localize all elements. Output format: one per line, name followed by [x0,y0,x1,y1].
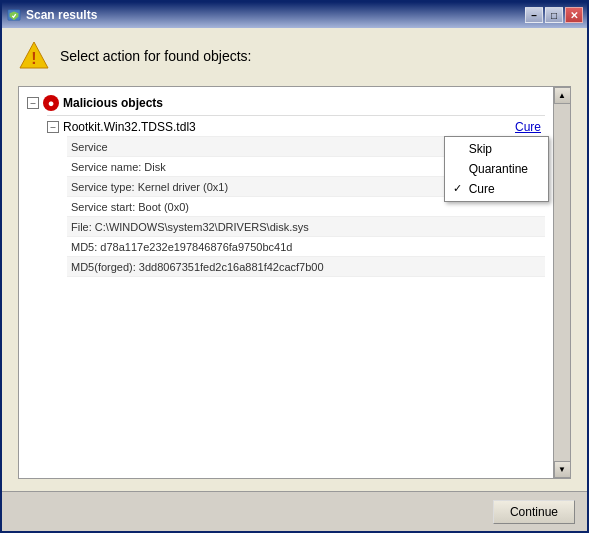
threat-header: – Rootkit.Win32.TDSS.tdl3 Cure Skip Quar… [47,118,545,136]
prop-label-service-start: Service start: Boot (0x0) [71,201,189,213]
prop-md5-forged: MD5(forged): 3dd8067351fed2c16a881f42cac… [67,257,545,277]
content-area: ! Select action for found objects: – ● M… [2,28,587,491]
scrollbar: ▲ ▼ [553,87,570,478]
menu-item-quarantine[interactable]: Quarantine [445,159,548,179]
results-panel: – ● Malicious objects – Rootkit.Win32.TD… [18,86,571,479]
close-button[interactable]: ✕ [565,7,583,23]
collapse-button-threat[interactable]: – [47,121,59,133]
menu-item-cure[interactable]: Cure [445,179,548,199]
window-title: Scan results [26,8,521,22]
scroll-track[interactable] [554,104,570,461]
panel-content: – ● Malicious objects – Rootkit.Win32.TD… [19,87,553,285]
section-header-malicious: – ● Malicious objects [27,93,545,113]
context-menu: Skip Quarantine Cure [444,136,549,202]
menu-item-skip[interactable]: Skip [445,139,548,159]
header-row: ! Select action for found objects: [18,40,571,72]
prop-label-md5: MD5: d78a117e232e197846876fa9750bc41d [71,241,292,253]
collapse-button-malicious[interactable]: – [27,97,39,109]
threat-name: Rootkit.Win32.TDSS.tdl3 [63,120,511,134]
cure-link[interactable]: Cure [515,120,541,134]
minimize-button[interactable]: – [525,7,543,23]
scroll-up-button[interactable]: ▲ [554,87,571,104]
svg-text:!: ! [31,50,36,67]
threat-item: – Rootkit.Win32.TDSS.tdl3 Cure Skip Quar… [47,115,545,279]
section-label-malicious: Malicious objects [63,96,163,110]
app-icon [6,7,22,23]
prop-md5: MD5: d78a117e232e197846876fa9750bc41d [67,237,545,257]
warning-icon: ! [18,40,50,72]
prop-label-file: File: C:\WINDOWS\system32\DRIVERS\disk.s… [71,221,309,233]
prop-file: File: C:\WINDOWS\system32\DRIVERS\disk.s… [67,217,545,237]
prop-label-service: Service [71,141,131,153]
continue-button[interactable]: Continue [493,500,575,524]
main-window: Scan results – □ ✕ ! Select action for f… [0,0,589,533]
title-buttons: – □ ✕ [525,7,583,23]
scroll-down-button[interactable]: ▼ [554,461,571,478]
malicious-icon: ● [43,95,59,111]
prop-label-service-type: Service type: Kernel driver (0x1) [71,181,228,193]
page-title: Select action for found objects: [60,48,251,64]
prop-label-service-name: Service name: Disk [71,161,166,173]
maximize-button[interactable]: □ [545,7,563,23]
title-bar: Scan results – □ ✕ [2,2,587,28]
footer: Continue [2,491,587,531]
prop-label-md5-forged: MD5(forged): 3dd8067351fed2c16a881f42cac… [71,261,324,273]
